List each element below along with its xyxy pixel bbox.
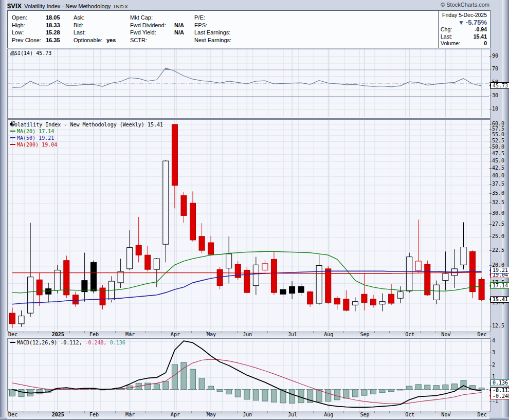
quote-row: Optionable:yes (74, 37, 116, 45)
macd-legend: MACD(12,26,9) -0.112, -0.248, 0.136 (10, 340, 125, 345)
axis-tick-label: 30 (492, 93, 509, 98)
month-label: Feb (89, 332, 99, 337)
axis-tick-label: 1 (492, 374, 509, 379)
exchange-label: INDX (114, 4, 129, 9)
quote-value: yes (106, 37, 116, 43)
stat-value: 0 (484, 40, 487, 47)
line-style-icon (10, 137, 15, 138)
quote-value: 15.28 (46, 29, 60, 35)
quote-column: P/E:EPS:Last Earnings:Next Earnings: (194, 14, 238, 44)
axis-tick-label: 3 (492, 350, 509, 355)
xaxis-band-bottom: Dec2025FebMarAprMayJunJulAugSepOctNovDec (7, 411, 489, 419)
quote-label: P/E: (194, 14, 238, 21)
axis-tick-label: 32.5 (492, 199, 509, 205)
axis-tick-label: 70 (492, 66, 509, 71)
quote-label: Low: (12, 29, 46, 35)
month-label: Dec (8, 332, 17, 337)
quote-label: Fwd Yield: (130, 29, 174, 35)
percent-change: ▼-5.75% (441, 19, 487, 26)
price-legend-title: Volatility Index - New Methodology (Week… (11, 122, 163, 127)
quote-value: 16.35 (46, 37, 60, 43)
copyright: © StockCharts.com (441, 2, 489, 8)
rsi-panel: RSI(14) 45.73 (7, 49, 490, 119)
month-label: Jun (243, 412, 252, 417)
month-label: May (207, 412, 216, 417)
quote-column: Ask:Bid:Last:Optionable:yes (74, 14, 116, 44)
quote-value: 18.33 (46, 22, 60, 28)
axis-tick-label: 27.5 (492, 221, 509, 227)
axis-tick-label: 40.0 (492, 173, 509, 178)
down-triangle-icon: ▼ (458, 19, 464, 26)
quote-value: 18.05 (46, 14, 60, 21)
line-style-icon (10, 342, 15, 343)
quote-label: Last Earnings: (194, 29, 238, 35)
axis-tick-label: 25.0 (492, 233, 509, 239)
rsi-chart (8, 49, 489, 117)
axis-tick-label: 22.5 (492, 247, 509, 253)
ma-legend-row: MA(20) 17.14 (10, 128, 163, 135)
quote-label: Ask: (74, 14, 106, 21)
month-label: Apr (171, 412, 180, 417)
price-value-label: 15.41 (490, 296, 509, 303)
price-value-label: 19.21 (490, 267, 509, 273)
macd-value-label: -0.248 (490, 393, 509, 399)
line-style-icon (10, 131, 15, 132)
axis-tick-label: 90 (492, 53, 509, 59)
quote-row: Last Earnings: (194, 29, 238, 37)
quote-panel: Open:18.05High:18.33Low:15.28Prev Close:… (7, 10, 490, 48)
month-label: Nov (441, 332, 450, 337)
quote-row: Prev Close:16.35 (12, 37, 60, 45)
macd-value-label: 0.136 (490, 379, 509, 386)
macd-panel: MACD(12,26,9) -0.112, -0.248, 0.136 (7, 338, 490, 412)
quote-row: Last: (74, 29, 116, 37)
month-label: Sep (360, 332, 369, 337)
axis-tick-label: 55.0 (492, 132, 509, 137)
quote-value: N/A (174, 29, 184, 35)
quote-label: EPS: (194, 22, 238, 28)
month-label: Jun (243, 332, 252, 337)
xaxis-band-top: Dec2025FebMarAprMayJunJulAugSepOctNovDec (7, 331, 489, 338)
quote-row: P/E: (194, 14, 238, 22)
axis-tick-label: 10 (492, 106, 509, 112)
axis-tick-label: 2 (492, 362, 509, 368)
axis-tick-label: 30.0 (492, 210, 509, 216)
stat-label: Last: (441, 33, 452, 41)
ma-legend: MA(20) 17.14MA(50) 19.21MA(200) 19.04 (10, 128, 163, 148)
quote-row: Next Earnings: (194, 37, 238, 45)
quote-row: Mkt Cap: (130, 14, 184, 22)
stockcharts-chart-page: $VIXVolatility Index - New MethodologyIN… (0, 0, 509, 420)
quote-row: High:18.33 (12, 22, 60, 30)
ma-legend-row: MA(50) 19.21 (10, 135, 163, 141)
month-label: Aug (324, 412, 333, 417)
quote-row: Fwd Dividend:N/A (130, 22, 184, 30)
quote-label: SCTR: (130, 37, 174, 43)
quote-row: Ask: (74, 14, 116, 22)
quote-label: Prev Close: (12, 37, 46, 43)
month-label: Jul (288, 412, 297, 417)
axis-tick-label: 50.0 (492, 144, 509, 150)
month-label: Mar (125, 412, 135, 417)
quote-row: Fwd Yield:N/A (130, 29, 184, 37)
ma-legend-row: MA(200) 19.04 (10, 141, 163, 148)
axis-tick-label: 42.5 (492, 165, 509, 171)
quote-stat-row: Last:15.41 (441, 33, 487, 41)
quote-value: N/A (174, 22, 184, 28)
month-label: 2025 (52, 412, 64, 417)
quote-label: Bid: (74, 22, 106, 28)
axis-tick-label: 4 (492, 338, 509, 343)
month-label: Aug (324, 332, 333, 337)
month-label: Mar (125, 332, 135, 337)
axis-tick-label: 12.5 (492, 323, 509, 328)
stat-label: Volume: (441, 40, 460, 47)
price-panel: Volatility Index - New Methodology (Week… (7, 119, 490, 332)
quote-label: Mkt Cap: (130, 14, 174, 21)
month-label: Apr (171, 332, 180, 337)
month-label: Sep (360, 412, 369, 417)
axis-tick-label: 35.0 (492, 190, 509, 196)
quote-column: Open:18.05High:18.33Low:15.28Prev Close:… (12, 14, 60, 44)
month-label: Dec (8, 412, 17, 417)
symbol-name: Volatility Index - New Methodology (24, 3, 111, 9)
price-legend: Volatility Index - New Methodology (Week… (10, 121, 163, 148)
month-label: Dec (478, 332, 487, 337)
axis-tick-label: 47.5 (492, 151, 509, 156)
